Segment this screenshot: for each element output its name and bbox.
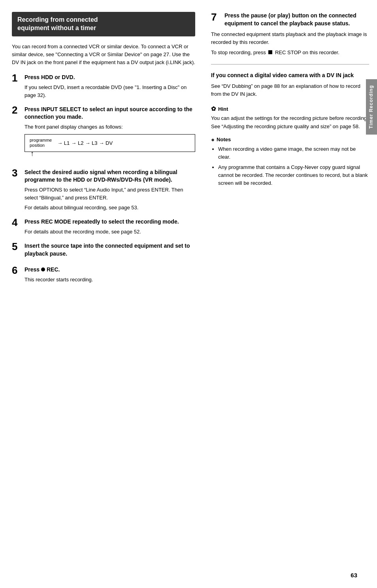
dv-section: If you connect a digital video camera wi… (211, 72, 369, 99)
notes-title: ● Notes (211, 136, 369, 143)
hint-section: ✿ Hint You can adjust the settings for t… (211, 105, 369, 130)
step-7-body1: The connected equipment starts playback … (211, 30, 369, 46)
dv-section-body: See “DV Dubbing” on page 88 for an expla… (211, 82, 369, 98)
step-7-stop-prefix: To stop recording, press (211, 49, 266, 55)
left-column: Recording from connected equipment witho… (12, 12, 203, 576)
step-6-body: This recorder starts recording. (25, 276, 195, 284)
step-5-number: 5 (12, 241, 25, 252)
rec-circle-icon (41, 267, 45, 271)
step-3-body1: Press OPTIONS to select “Line Audio Inpu… (25, 186, 195, 202)
notes-list: When recording a video game image, the s… (211, 145, 369, 188)
step-7-header: 7 Press the pause (or play) button on th… (211, 12, 369, 27)
section-title: Recording from connected equipment witho… (17, 16, 190, 32)
side-tab: Timer Recording (366, 79, 377, 135)
step-3-body2: For details about bilingual recording, s… (25, 204, 195, 212)
prog-sequence: → L1 → L2 → L3 → DV (57, 140, 113, 146)
step-5-content: Insert the source tape into the connecte… (25, 242, 195, 260)
step-1-number: 1 (12, 73, 25, 83)
seq-l2: → L2 (71, 140, 83, 146)
step-7-block: 7 Press the pause (or play) button on th… (211, 12, 369, 57)
step-4: 4 Press REC MODE repeatedly to select th… (12, 218, 195, 236)
step-7-number: 7 (211, 12, 222, 22)
stop-square-icon (268, 50, 272, 54)
step-3-content: Select the desired audio signal when rec… (25, 169, 195, 212)
step-1-title: Press HDD or DVD. (25, 74, 195, 82)
seq-dv: → DV (99, 140, 113, 146)
notes-icon: ● (211, 136, 215, 143)
seq-l3: → L3 (85, 140, 97, 146)
step-3-number: 3 (12, 168, 25, 178)
intro-text: You can record from a connected VCR or s… (12, 43, 195, 66)
step-4-content: Press REC MODE repeatedly to select the … (25, 218, 195, 236)
notes-section: ● Notes When recording a video game imag… (211, 136, 369, 188)
step-6-number: 6 (12, 265, 25, 275)
step-1-body: If you select DVD, insert a recordable D… (25, 83, 195, 99)
step-7-stop-suffix: on this recorder. (303, 49, 339, 55)
step-2: 2 Press INPUT SELECT to select an input … (12, 106, 195, 162)
step-3: 3 Select the desired audio signal when r… (12, 169, 195, 212)
step-2-body: The front panel display changes as follo… (25, 123, 195, 131)
up-arrow-icon: ↑ (30, 150, 34, 157)
step-4-body: For details about the recording mode, se… (25, 228, 195, 236)
step-7-body2: To stop recording, press REC STOP on thi… (211, 49, 369, 57)
hint-title: ✿ Hint (211, 105, 369, 112)
page-container: Recording from connected equipment witho… (0, 0, 377, 588)
step-1: 1 Press HDD or DVD. If you select DVD, i… (12, 74, 195, 99)
step-4-number: 4 (12, 217, 25, 228)
step-4-title: Press REC MODE repeatedly to select the … (25, 218, 195, 226)
page-number: 63 (351, 572, 357, 579)
section-header: Recording from connected equipment witho… (12, 12, 195, 36)
notes-label: Notes (217, 137, 231, 142)
prog-label: programme position (30, 138, 52, 148)
step-6: 6 Press REC. This recorder starts record… (12, 266, 195, 284)
note-item-2: Any programme that contains a Copy-Never… (218, 163, 369, 187)
step-3-title: Select the desired audio signal when rec… (25, 169, 195, 184)
step-5: 5 Insert the source tape into the connec… (12, 242, 195, 260)
step-7-title: Press the pause (or play) button on the … (224, 12, 369, 27)
step-5-title: Insert the source tape into the connecte… (25, 242, 195, 258)
divider (211, 64, 369, 64)
step-7-stop-label: REC STOP (275, 49, 301, 55)
step-2-content: Press INPUT SELECT to select an input so… (25, 106, 195, 162)
step-2-title: Press INPUT SELECT to select an input so… (25, 106, 195, 121)
step-6-content: Press REC. This recorder starts recordin… (25, 266, 195, 284)
step-1-content: Press HDD or DVD. If you select DVD, ins… (25, 74, 195, 99)
step-6-title: Press REC. (25, 266, 195, 274)
seq-l1: → L1 (57, 140, 70, 146)
hint-body: You can adjust the settings for the reco… (211, 114, 369, 130)
dv-section-title: If you connect a digital video camera wi… (211, 72, 369, 80)
hint-icon: ✿ (211, 105, 216, 112)
programme-diagram: programme position → L1 → L2 → L3 → DV ↑ (25, 134, 195, 152)
right-column: 7 Press the pause (or play) button on th… (203, 12, 369, 576)
note-item-1: When recording a video game image, the s… (218, 145, 369, 161)
step-2-number: 2 (12, 105, 25, 115)
hint-label: Hint (218, 106, 228, 112)
